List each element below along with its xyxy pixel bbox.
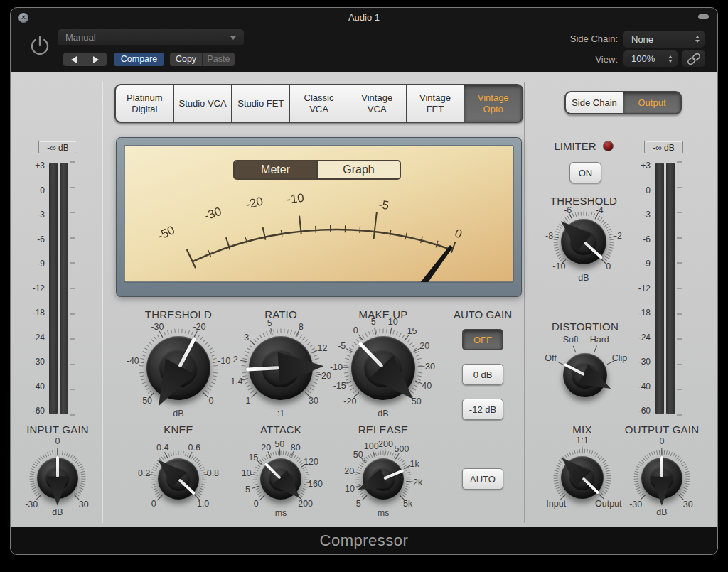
tick-mark — [188, 330, 190, 335]
next-preset-button[interactable] — [85, 53, 107, 66]
tick-mark — [55, 450, 56, 455]
tab-meter[interactable]: Meter — [235, 161, 316, 178]
auto-gain-buttons: OFF0 dB-12 dB — [462, 329, 503, 420]
makeup-label: MAKE UP — [359, 308, 408, 320]
tick-mark — [659, 450, 660, 455]
knee-knob[interactable]: 00.20.40.60.81.0KNEE — [131, 431, 226, 527]
plugin-window: × Audio 1 Manual Compare Copy Paste Sid — [10, 7, 718, 555]
model-button-studio-vca[interactable]: Studio VCA — [174, 85, 232, 122]
view-dropdown[interactable]: 100% — [623, 50, 678, 67]
tick-mark — [684, 468, 688, 470]
knob-scale-label: 20 — [344, 466, 354, 476]
knob-scale-label: 20 — [419, 341, 429, 351]
input-gain-knob[interactable]: -30030dBINPUT GAIN — [10, 431, 105, 526]
tick-mark — [213, 375, 217, 377]
power-icon[interactable] — [29, 33, 50, 58]
knob-scale-label: 0 — [353, 325, 358, 335]
minimize-button[interactable] — [698, 14, 709, 19]
knob-scale-label: -50 — [139, 396, 152, 406]
auto-release-button[interactable]: AUTO — [462, 468, 503, 490]
knob-scale-label: 5k — [403, 499, 412, 509]
tick-mark — [410, 342, 413, 345]
vu-scale-label: -5 — [378, 198, 390, 212]
makeup-knob[interactable]: -20-15-10-505101520304050dBMAKE UP — [324, 309, 442, 427]
knob-scale-label: -6 — [564, 205, 572, 215]
meter-tick — [677, 338, 682, 340]
tick-mark — [664, 450, 665, 455]
meter-tick — [677, 288, 682, 289]
link-button[interactable] — [682, 50, 705, 67]
tick-mark — [685, 471, 689, 473]
limiter-on-button[interactable]: ON — [569, 162, 601, 183]
model-button-vintage-vca[interactable]: Vintage VCA — [348, 85, 406, 122]
meter-scale-label: -30 — [23, 357, 45, 367]
model-button-classic-vca[interactable]: Classic VCA — [290, 85, 348, 122]
release-knob[interactable]: 51020501002005001k2k5kmsRELEASE — [336, 431, 431, 527]
attack-knob[interactable]: 051015205080120160200msATTACK — [233, 431, 328, 527]
knob-pointer-rotor — [37, 458, 78, 499]
knob-scale-label: Clip — [612, 353, 628, 363]
tick-mark — [52, 450, 53, 455]
compare-button[interactable]: Compare — [114, 53, 164, 66]
limiter-threshold-knob[interactable]: -10-8-6-4-20dBTHRESHOLD — [534, 192, 633, 291]
auto-gain-label: AUTO GAIN — [440, 308, 525, 320]
tab-graph[interactable]: Graph — [316, 161, 400, 178]
meter-scale-label: -24 — [23, 333, 45, 342]
meter-scale-label: -60 — [23, 406, 45, 416]
ratio-knob[interactable]: 11.42358122030:1RATIO — [222, 309, 340, 427]
model-button-vintage-opto[interactable]: Vintage Opto — [464, 85, 522, 122]
meter-tick — [677, 161, 682, 163]
prev-preset-button[interactable] — [63, 53, 85, 66]
tick-mark — [606, 254, 611, 257]
tick-mark — [200, 337, 203, 340]
knob-scale-label: 10 — [242, 468, 252, 478]
output-button[interactable]: Output — [623, 92, 680, 113]
tick-mark — [668, 451, 670, 455]
release-label: RELEASE — [358, 423, 409, 436]
tick-mark — [589, 450, 591, 454]
tick-mark — [591, 212, 593, 217]
tick-mark — [304, 486, 308, 488]
distortion-knob[interactable]: OffSoftHardClipDISTORTION — [536, 326, 634, 424]
meter-tick — [70, 161, 75, 163]
tick-mark — [685, 483, 690, 485]
side-chain-button[interactable]: Side Chain — [566, 92, 623, 113]
knob-pointer-line — [358, 342, 383, 368]
knob-scale-label: 50 — [353, 450, 363, 460]
preset-dropdown[interactable]: Manual — [58, 29, 244, 45]
tick-mark — [181, 329, 183, 333]
meter-scale-label: -18 — [629, 308, 651, 318]
meter-tick — [70, 364, 75, 365]
tick-mark — [31, 471, 35, 473]
tick-mark — [205, 390, 209, 394]
tick-mark — [213, 369, 218, 369]
tick-mark — [284, 329, 285, 333]
tick-mark — [203, 392, 208, 398]
knob-scale-label: -20 — [193, 322, 205, 332]
tick-mark — [315, 358, 319, 360]
side-chain-dropdown[interactable]: None — [623, 31, 705, 48]
meter-tick — [677, 212, 682, 213]
meter-tick — [70, 313, 75, 315]
output-gain-knob[interactable]: -30030dBOUTPUT GAIN — [614, 431, 710, 526]
model-button-studio-fet[interactable]: Studio FET — [232, 85, 289, 122]
threshold-knob[interactable]: -50-40-30-20-100dBTHRESHOLD — [119, 309, 237, 427]
plugin-header: Manual Compare Copy Paste Side Chain: No… — [11, 28, 717, 72]
tick-mark — [412, 387, 417, 390]
copy-button[interactable]: Copy — [170, 53, 202, 66]
model-button-vintage-fet[interactable]: Vintage FET — [407, 85, 464, 122]
tick-mark — [49, 451, 51, 455]
auto-gain-off-button[interactable]: OFF — [462, 329, 503, 350]
tick-mark — [316, 362, 320, 363]
auto-gain--12-db-button[interactable]: -12 dB — [462, 399, 503, 420]
knob-pointer-rotor — [641, 458, 682, 499]
model-button-platinum-digital[interactable]: Platinum Digital — [116, 85, 173, 122]
tick-mark — [685, 473, 690, 475]
plugin-panel: Platinum DigitalStudio VCAStudio FETClas… — [11, 72, 718, 529]
knob-scale-label: 1.4 — [230, 377, 242, 387]
tick-mark — [81, 479, 85, 480]
paste-button[interactable]: Paste — [202, 53, 235, 66]
auto-gain-0-db-button[interactable]: 0 dB — [462, 364, 503, 385]
tick-mark — [287, 452, 289, 456]
tick-mark — [685, 479, 690, 480]
